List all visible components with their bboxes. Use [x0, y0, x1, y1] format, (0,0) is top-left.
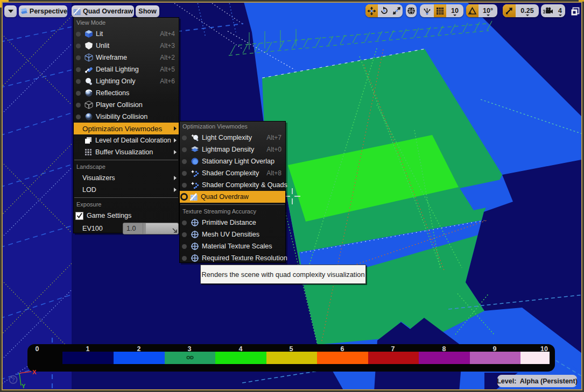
- svg-text:Y: Y: [22, 383, 26, 389]
- svg-text:X: X: [32, 369, 37, 375]
- svg-text:?: ?: [11, 376, 15, 383]
